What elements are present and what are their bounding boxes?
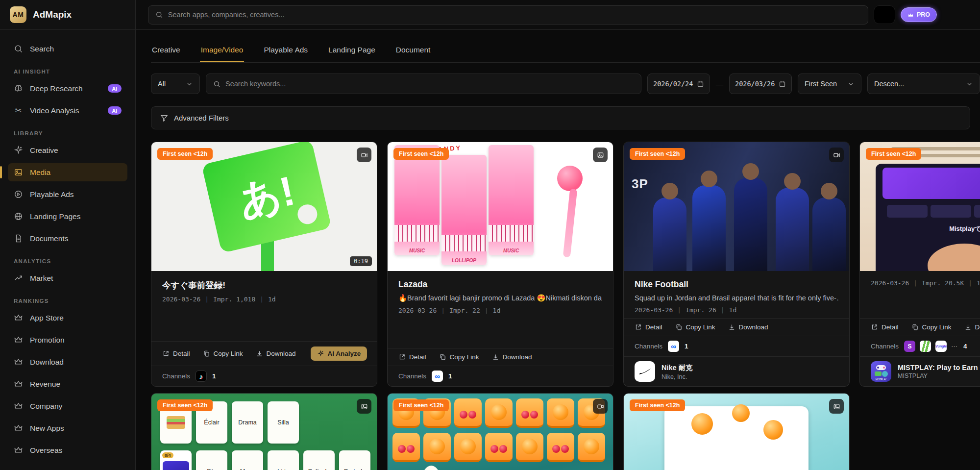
nike-app-icon — [635, 361, 655, 382]
green-sign: あ! — [201, 142, 332, 253]
sidebar-item-documents[interactable]: Documents — [8, 229, 127, 247]
ai-analyze-button[interactable]: AI Analyze — [311, 346, 368, 361]
app-attribution-row[interactable]: MISTPLAYMISTPLAY: Play to Earn MoMISTPLA… — [860, 356, 980, 386]
video-camera-icon — [833, 151, 840, 159]
advanced-filters-button[interactable]: Advanced Filters — [151, 106, 970, 129]
sidebar-item-app-store[interactable]: App Store — [8, 309, 127, 327]
sidebar-section-label: ANALYTICS — [14, 258, 122, 264]
date-from-input[interactable]: 2026/02/24 — [647, 74, 710, 94]
creative-thumbnail[interactable]: First seen <12h3P — [624, 142, 849, 271]
tab-playable-ads[interactable]: Playable Ads — [263, 37, 309, 62]
download-icon — [492, 353, 499, 361]
sidebar-item-new-apps[interactable]: New Apps — [8, 419, 127, 437]
sidebar: AM AdMapix SearchAI INSIGHTDeep Research… — [0, 0, 136, 470]
creative-thumbnail[interactable]: First seen <12h — [388, 394, 613, 470]
sidebar-item-market[interactable]: Market — [8, 269, 127, 287]
detail-button[interactable]: Detail — [398, 353, 426, 361]
trending-up-icon — [14, 273, 23, 283]
account-button[interactable] — [874, 5, 895, 24]
crown-icon — [14, 379, 23, 389]
creative-thumbnail[interactable]: First seen <12h — [624, 394, 849, 470]
thumb-overlay-text: Mistplayで入賞! — [860, 224, 980, 233]
chevron-down-icon — [847, 80, 855, 88]
copy-link-button[interactable]: Copy Link — [439, 353, 479, 361]
app-name: AdMapix — [33, 9, 72, 20]
tab-image-video[interactable]: Image/Video — [200, 37, 245, 62]
download-icon — [256, 350, 263, 357]
candy-package: MUSIC — [489, 145, 534, 255]
pro-badge[interactable]: PRO — [901, 7, 937, 22]
card-impressions: Impr. 20.5K — [922, 279, 964, 287]
sidebar-item-revenue[interactable]: Revenue — [8, 375, 127, 393]
card-meta: 2026-03-26|Impr. 1,018|1d — [162, 296, 366, 303]
card-channels: Channels∞1 — [388, 366, 613, 386]
date-to-input[interactable]: 2026/03/26 — [729, 74, 792, 94]
sidebar-item-media[interactable]: Media — [8, 163, 127, 181]
card-body: Nike FootballSquad up in Jordan and Bras… — [624, 271, 849, 318]
tab-document[interactable]: Document — [395, 37, 432, 62]
flower — [394, 463, 468, 470]
creative-card: First seen <12h3PNike FootballSquad up i… — [623, 142, 850, 387]
card-title: Nike Football — [635, 279, 838, 290]
type-filter-select[interactable]: All — [151, 74, 200, 94]
svg-text:MISTPLAY: MISTPLAY — [876, 378, 886, 381]
detail-button[interactable]: Detail — [635, 323, 662, 331]
download-button[interactable]: Download — [728, 323, 768, 331]
card-date: 2026-03-26 — [871, 279, 909, 287]
media-tabs: CreativeImage/VideoPlayable AdsLanding P… — [151, 37, 980, 63]
creative-thumbnail[interactable]: First seen <12hCANDYMUSICLOLLIPOPMUSIC — [388, 142, 613, 271]
creative-thumbnail[interactable]: First seen <12hÉclairDramaSilla0/4Calend… — [151, 394, 377, 470]
action-label: Download — [739, 323, 768, 331]
card-date: 2026-03-26 — [162, 296, 200, 303]
copy-link-button[interactable]: Copy Link — [203, 350, 243, 357]
sidebar-item-label: Search — [30, 45, 54, 53]
card-meta: 2026-03-26|Impr. 20.5K|1d — [871, 279, 980, 287]
sidebar-item-search[interactable]: Search — [8, 40, 127, 58]
card-description: Squad up in Jordan and Brasil apparel th… — [635, 294, 838, 302]
sidebar-item-creative[interactable]: Creative — [8, 141, 127, 159]
global-search[interactable] — [148, 5, 868, 25]
type-filter-value: All — [158, 80, 166, 88]
video-type-icon — [593, 399, 608, 414]
sidebar-item-deep-research[interactable]: Deep ResearchAI — [8, 79, 127, 98]
creative-thumbnail[interactable]: First seen <12hMistplayで入賞! — [860, 142, 980, 271]
sort-order-select[interactable]: Descen... — [867, 74, 980, 94]
action-label: Download — [503, 353, 532, 361]
global-search-input[interactable] — [168, 11, 861, 19]
sidebar-item-overseas[interactable]: Overseas — [8, 441, 127, 459]
card-impressions: Impr. 1,018 — [213, 296, 255, 303]
tab-creative[interactable]: Creative — [151, 37, 181, 62]
chevron-down-icon — [966, 80, 973, 88]
s-network-icon: S — [904, 341, 915, 352]
external-link-icon — [871, 323, 878, 331]
sidebar-item-video-analysis[interactable]: ✂Video AnalysisAI — [8, 101, 127, 120]
sidebar-item-promotion[interactable]: Promotion — [8, 331, 127, 349]
download-button[interactable]: Download — [256, 350, 296, 357]
calendar-icon — [697, 80, 704, 88]
app-attribution-row[interactable]: Nike 耐克Nike, Inc. — [624, 356, 849, 386]
sidebar-item-playable-ads[interactable]: Playable Ads — [8, 185, 127, 203]
vungle-icon: Vungle — [935, 341, 947, 352]
sidebar-item-company[interactable]: Company — [8, 397, 127, 415]
detail-button[interactable]: Detail — [871, 323, 899, 331]
action-label: Detail — [409, 353, 426, 361]
action-label: Copy Link — [686, 323, 715, 331]
date-range-separator: — — [716, 80, 723, 88]
sort-by-select[interactable]: First Seen — [798, 74, 861, 94]
download-button[interactable]: Download — [492, 353, 532, 361]
tab-landing-page[interactable]: Landing Page — [327, 37, 376, 62]
download-button[interactable]: Download — [964, 323, 980, 331]
mistplay-app-icon: MISTPLAY — [871, 361, 891, 382]
copy-link-button[interactable]: Copy Link — [911, 323, 952, 331]
sidebar-item-download[interactable]: Download — [8, 353, 127, 371]
meta-icon: ∞ — [668, 341, 679, 352]
card-actions: DetailCopy LinkDownload — [388, 348, 613, 366]
player-figure — [812, 198, 846, 271]
card-age: 1d — [493, 307, 501, 314]
copy-link-button[interactable]: Copy Link — [675, 323, 715, 331]
keyword-search[interactable]: Search keywords... — [206, 74, 641, 94]
creative-thumbnail[interactable]: First seen <12h0:19あ! — [151, 142, 377, 271]
sidebar-item-landing-pages[interactable]: Landing Pages — [8, 207, 127, 225]
detail-button[interactable]: Detail — [162, 350, 190, 357]
card-actions: DetailCopy LinkDownload — [860, 318, 980, 336]
